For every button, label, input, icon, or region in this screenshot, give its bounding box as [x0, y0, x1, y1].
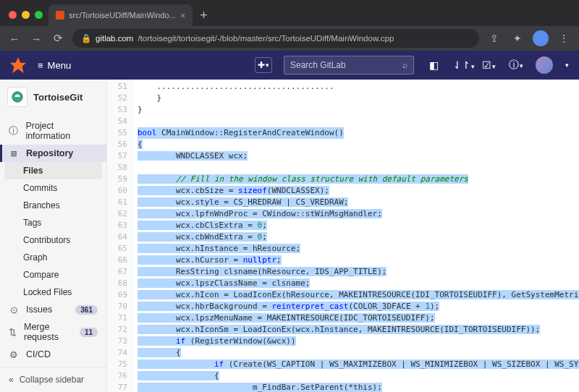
line-number[interactable]: 75: [107, 359, 127, 370]
project-header[interactable]: TortoiseGit: [0, 80, 106, 114]
line-number[interactable]: 55: [107, 127, 127, 139]
line-number[interactable]: 57: [107, 150, 127, 162]
browser-tab[interactable]: src/TortoiseUDiff/MainWindo... ×: [48, 4, 193, 26]
todos-icon[interactable]: ☑▾: [481, 59, 496, 71]
line-number[interactable]: 68: [107, 278, 127, 289]
browser-toolbar: ← → ⟳ 🔒 gitlab.com/tortoisegit/tortoiseg…: [0, 26, 579, 51]
extensions-icon[interactable]: ✦: [510, 33, 525, 44]
line-number[interactable]: 65: [107, 243, 127, 255]
line-number[interactable]: 67: [107, 266, 127, 278]
code-line: [133, 162, 579, 174]
sidebar-item-tags[interactable]: Tags: [0, 214, 106, 231]
sidebar-item-merge-requests[interactable]: ⇅Merge requests11: [0, 318, 106, 346]
code-lines[interactable]: ..................................... }}…: [133, 80, 579, 392]
line-number[interactable]: 63: [107, 220, 127, 231]
gitlab-logo-icon[interactable]: [10, 57, 26, 73]
sidebar-item-branches[interactable]: Branches: [0, 197, 106, 214]
line-number[interactable]: 61: [107, 197, 127, 208]
code-line: wcx.hInstance = hResource;: [133, 243, 579, 255]
maximize-window-icon[interactable]: [35, 11, 43, 19]
code-line: wcx.hCursor = nullptr;: [133, 255, 579, 266]
repo-icon: ⧇: [9, 148, 19, 158]
user-avatar[interactable]: [536, 56, 553, 74]
sidebar-item-compare[interactable]: Compare: [0, 266, 106, 284]
code-line: // Fill in the window class structure wi…: [133, 174, 579, 185]
line-number[interactable]: 54: [107, 116, 127, 127]
sidebar-item-label: Issues: [26, 304, 52, 315]
sidebar-item-repository[interactable]: ⧇Repository: [0, 145, 106, 162]
code-line: {: [133, 347, 579, 359]
sidebar-item-contributors[interactable]: Contributors: [0, 231, 106, 249]
forward-button[interactable]: →: [29, 33, 43, 45]
code-line: m_FindBar.SetParent(*this);: [133, 382, 579, 392]
sidebar-item-label: Files: [23, 166, 43, 176]
collapse-label: Collapse sidebar: [20, 375, 84, 385]
line-number[interactable]: 62: [107, 208, 127, 220]
sidebar-item-label: Locked Files: [23, 287, 72, 297]
line-number[interactable]: 70: [107, 301, 127, 312]
issues-icon: ⊙: [9, 304, 19, 315]
sidebar-item-locked-files[interactable]: Locked Files: [0, 284, 106, 301]
tab-title: src/TortoiseUDiff/MainWindo...: [69, 11, 176, 20]
line-number[interactable]: 60: [107, 185, 127, 197]
line-number[interactable]: 72: [107, 324, 127, 336]
sidebar-nav: ⓘProject information⧇RepositoryFilesComm…: [0, 114, 106, 367]
share-icon[interactable]: ⇪: [486, 33, 502, 44]
code-line: wcx.lpfnWndProc = CWindow::stWinMsgHandl…: [133, 208, 579, 220]
collapse-sidebar-button[interactable]: « Collapse sidebar: [0, 367, 106, 392]
help-icon[interactable]: ⓘ▾: [508, 59, 524, 72]
code-line: wcx.cbWndExtra = 0;: [133, 231, 579, 243]
sidebar-item-commits[interactable]: Commits: [0, 179, 106, 197]
sidebar-item-project-information[interactable]: ⓘProject information: [0, 117, 106, 145]
browser-tab-strip: src/TortoiseUDiff/MainWindo... × +: [0, 0, 579, 26]
line-number[interactable]: 73: [107, 336, 127, 347]
sidebar-item-label: Compare: [23, 270, 59, 280]
merge-requests-shortcut-icon[interactable]: ⇃↾▾: [453, 59, 469, 71]
sidebar-item-graph[interactable]: Graph: [0, 249, 106, 266]
gitlab-favicon-icon: [56, 11, 64, 20]
reload-button[interactable]: ⟳: [51, 32, 65, 45]
line-number[interactable]: 52: [107, 93, 127, 104]
address-bar[interactable]: 🔒 gitlab.com/tortoisegit/tortoisegit/-/b…: [72, 29, 479, 48]
sidebar-item-label: Branches: [23, 200, 60, 210]
close-window-icon[interactable]: [9, 11, 17, 19]
search-placeholder: Search GitLab: [290, 60, 346, 70]
line-number[interactable]: 71: [107, 312, 127, 324]
code-line: wcx.hIconSm = LoadIconEx(wcx.hInstance, …: [133, 324, 579, 336]
sidebar-item-ci/cd[interactable]: ⚙CI/CD: [0, 346, 106, 363]
back-button[interactable]: ←: [7, 33, 22, 45]
gitlab-header: ≡ Menu ✚▾ Search GitLab ⌕ ◧ ⇃↾▾ ☑▾ ⓘ▾ ▾: [0, 51, 579, 80]
new-tab-button[interactable]: +: [193, 8, 215, 26]
url-host: gitlab.com: [96, 34, 133, 43]
menu-icon[interactable]: ⋮: [556, 33, 572, 44]
line-number[interactable]: 56: [107, 139, 127, 150]
url-path: /tortoisegit/tortoisegit/-/blob/master/s…: [138, 34, 394, 43]
code-line: {: [133, 139, 579, 150]
sidebar-item-files[interactable]: Files: [4, 162, 102, 179]
line-number[interactable]: 69: [107, 289, 127, 301]
chevron-left-icon: «: [9, 375, 14, 385]
line-number[interactable]: 58: [107, 162, 127, 174]
line-number[interactable]: 66: [107, 255, 127, 266]
code-line: bool CMainWindow::RegisterAndCreateWindo…: [133, 127, 579, 139]
line-number[interactable]: 53: [107, 104, 127, 116]
sidebar-item-label: CI/CD: [26, 349, 51, 359]
line-number[interactable]: 77: [107, 382, 127, 392]
search-input[interactable]: Search GitLab ⌕: [284, 56, 414, 74]
line-number[interactable]: 51: [107, 81, 127, 93]
code-line: wcx.cbSize = sizeof(WNDCLASSEX);: [133, 185, 579, 197]
line-number[interactable]: 64: [107, 231, 127, 243]
project-name: TortoiseGit: [33, 92, 83, 103]
sidebar: TortoiseGit ⓘProject information⧇Reposit…: [0, 80, 107, 392]
menu-button[interactable]: ≡ Menu: [38, 60, 71, 71]
close-tab-icon[interactable]: ×: [180, 10, 186, 21]
line-number[interactable]: 74: [107, 347, 127, 359]
line-number[interactable]: 76: [107, 370, 127, 382]
line-number[interactable]: 59: [107, 174, 127, 185]
new-button[interactable]: ✚▾: [255, 57, 272, 73]
window-controls: [6, 11, 48, 26]
sidebar-item-issues[interactable]: ⊙Issues361: [0, 301, 106, 318]
profile-avatar-icon[interactable]: [533, 30, 549, 46]
issues-shortcut-icon[interactable]: ◧: [426, 59, 441, 71]
minimize-window-icon[interactable]: [22, 11, 30, 19]
